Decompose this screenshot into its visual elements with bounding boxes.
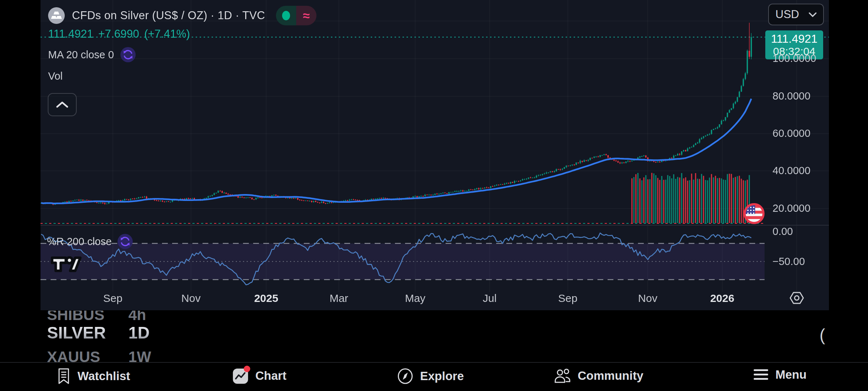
watchlist-icon bbox=[56, 368, 71, 384]
compass-icon bbox=[397, 368, 413, 384]
ma-label: MA 20 close 0 bbox=[48, 49, 114, 61]
time-tick-label: Sep bbox=[103, 292, 122, 304]
nav-chart[interactable]: Chart bbox=[233, 368, 286, 384]
nav-explore[interactable]: Explore bbox=[397, 368, 464, 384]
wheel-item-prev[interactable]: SHIBUS 4h bbox=[47, 311, 146, 324]
symbol-title: CFDs on Silver (US$ / OZ) · 1D · TVC bbox=[72, 9, 265, 22]
price-change: +7.6990 bbox=[98, 28, 139, 41]
approx-price-indicator: ≈ bbox=[296, 6, 316, 25]
wheel-item-next[interactable]: XAUUS 1W bbox=[47, 348, 151, 362]
chart-settings-gear-icon[interactable] bbox=[788, 290, 805, 306]
nav-community[interactable]: Menu Community bbox=[554, 368, 643, 384]
notification-dot bbox=[244, 366, 250, 372]
badge-price: 111.4921 bbox=[771, 33, 818, 45]
wheel-interval: 1W bbox=[128, 348, 151, 362]
price-tick-label: 100.0000 bbox=[773, 52, 816, 64]
time-tick-label: Sep bbox=[558, 292, 577, 304]
time-tick-label: Jul bbox=[483, 292, 497, 304]
nav-label: Community bbox=[578, 369, 643, 383]
time-tick-label: Mar bbox=[329, 292, 348, 304]
screen-edge-right bbox=[829, 0, 868, 391]
volume-indicator-legend[interactable]: Vol bbox=[48, 70, 63, 82]
wheel-interval: 1D bbox=[128, 323, 150, 342]
screen-edge-left bbox=[0, 0, 41, 391]
wheel-item-selected[interactable]: SILVER 1D bbox=[47, 323, 150, 342]
loading-spinner-icon bbox=[120, 47, 136, 62]
nav-label: Watchlist bbox=[77, 369, 130, 383]
green-dot-icon bbox=[282, 11, 290, 20]
currency-value: USD bbox=[775, 8, 799, 21]
nav-label: Explore bbox=[420, 369, 464, 383]
nav-label: Chart bbox=[255, 369, 286, 383]
wheel-symbol: XAUUS bbox=[47, 348, 128, 362]
price-tick-label: 80.0000 bbox=[773, 90, 810, 102]
chevron-down-icon bbox=[809, 12, 817, 17]
hamburger-menu-icon bbox=[753, 369, 769, 381]
nav-watchlist[interactable]: Watchlist bbox=[56, 368, 130, 384]
time-tick-label: 2026 bbox=[710, 292, 735, 304]
us-flag-icon bbox=[744, 203, 765, 224]
symbol-interval-wheel[interactable]: SHIBUS 4h SILVER 1D XAUUS 1W bbox=[47, 311, 166, 362]
tradingview-app: CFDs on Silver (US$ / OZ) · 1D · TVC ≈ 1… bbox=[0, 0, 868, 391]
price-change-percent: (+7.41%) bbox=[144, 28, 190, 41]
price-tick-label: −50.00 bbox=[773, 256, 805, 268]
time-tick-label: May bbox=[405, 292, 426, 304]
price-readout: 111.4921 +7.6990 (+7.41%) bbox=[48, 28, 190, 41]
nav-menu[interactable]: Menu bbox=[753, 368, 807, 382]
time-tick-label: Nov bbox=[638, 292, 657, 304]
collapse-legend-button[interactable] bbox=[48, 93, 77, 116]
wr-indicator-legend[interactable]: %R 200 close bbox=[47, 234, 133, 249]
price-tick-label: 0.00 bbox=[773, 226, 793, 237]
people-icon bbox=[554, 368, 571, 384]
wheel-interval: 4h bbox=[128, 311, 146, 324]
price-tick-label: 20.0000 bbox=[773, 202, 810, 214]
last-price: 111.4921 bbox=[48, 28, 93, 41]
time-tick-label: 2025 bbox=[254, 292, 278, 304]
loading-spinner-icon bbox=[118, 234, 133, 249]
wr-label: %R 200 close bbox=[47, 236, 112, 248]
price-tick-label: 60.0000 bbox=[773, 127, 810, 139]
market-status-toggle[interactable]: ≈ bbox=[276, 6, 316, 25]
tradingview-logo-icon bbox=[49, 253, 82, 274]
price-tick-label: 40.0000 bbox=[773, 165, 810, 177]
chart-tab-icon bbox=[233, 368, 249, 384]
wheel-symbol: SHIBUS bbox=[47, 311, 128, 324]
wheel-symbol: SILVER bbox=[47, 323, 128, 342]
symbol-header[interactable]: CFDs on Silver (US$ / OZ) · 1D · TVC ≈ bbox=[48, 6, 316, 25]
nav-label: Menu bbox=[775, 368, 807, 382]
currency-selector[interactable]: USD bbox=[768, 4, 824, 25]
ma-indicator-legend[interactable]: MA 20 close 0 bbox=[48, 47, 136, 62]
bottom-navigation: Watchlist Chart Explore bbox=[0, 362, 868, 391]
silver-symbol-logo-icon bbox=[48, 7, 65, 24]
time-tick-label: Nov bbox=[181, 292, 200, 304]
clipped-icon-fragment: ( bbox=[820, 325, 825, 345]
market-open-indicator bbox=[276, 6, 296, 25]
chevron-up-icon bbox=[56, 101, 68, 108]
